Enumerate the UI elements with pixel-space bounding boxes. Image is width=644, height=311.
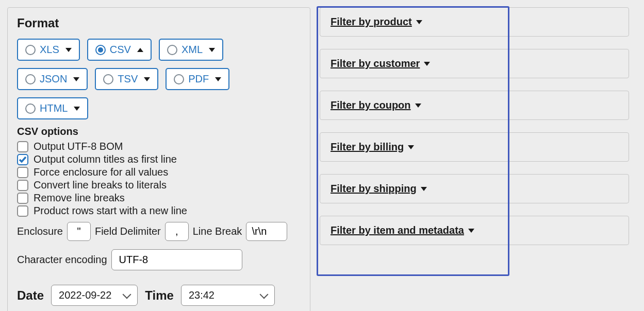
- filters-panel: Filter by product Filter by customer Fil…: [320, 7, 634, 245]
- format-xls[interactable]: XLS: [17, 39, 80, 61]
- check-label: Force enclosure for all values: [34, 166, 168, 178]
- radio-icon: [25, 45, 36, 55]
- check-label: Output column titles as first line: [34, 153, 177, 165]
- format-label: TSV: [118, 73, 138, 85]
- format-options-row: XLS CSV XML JSON TSV: [17, 39, 301, 119]
- radio-icon: [95, 45, 106, 55]
- format-html[interactable]: HTML: [17, 97, 88, 119]
- format-label: HTML: [40, 102, 68, 114]
- format-json[interactable]: JSON: [17, 68, 88, 90]
- format-pdf[interactable]: PDF: [166, 68, 229, 90]
- csv-options-heading: CSV options: [17, 126, 301, 137]
- check-convert-linebreaks[interactable]: Convert line breaks to literals: [17, 179, 301, 191]
- filter-label-text: Filter by billing: [331, 141, 404, 153]
- date-select[interactable]: 2022-09-22: [51, 285, 138, 306]
- check-label: Output UTF-8 BOM: [34, 141, 123, 152]
- format-label: JSON: [40, 73, 67, 85]
- time-label: Time: [145, 288, 174, 303]
- format-label: XLS: [40, 44, 59, 56]
- encoding-input[interactable]: [111, 249, 242, 270]
- filter-label-text: Filter by product: [331, 16, 412, 28]
- radio-icon: [167, 45, 177, 55]
- caret-down-icon: [408, 145, 414, 149]
- check-remove-linebreaks[interactable]: Remove line breaks: [17, 192, 301, 204]
- linebreak-input[interactable]: [246, 222, 287, 241]
- filter-by-item-metadata[interactable]: Filter by item and metadata: [320, 216, 629, 245]
- checkbox-icon: [17, 141, 28, 152]
- filter-label-text: Filter by item and metadata: [331, 224, 464, 236]
- caret-down-icon: [73, 77, 79, 81]
- radio-icon: [25, 74, 36, 84]
- checkbox-icon: [17, 193, 28, 204]
- format-panel: Format XLS CSV XML JSON: [7, 7, 310, 311]
- filter-label-text: Filter by shipping: [331, 183, 417, 195]
- date-value: 2022-09-22: [59, 289, 111, 301]
- filter-by-shipping[interactable]: Filter by shipping: [320, 174, 629, 203]
- filter-by-product[interactable]: Filter by product: [320, 7, 629, 37]
- caret-down-icon: [209, 48, 215, 52]
- filter-by-customer[interactable]: Filter by customer: [320, 49, 629, 78]
- linebreak-label: Line Break: [193, 226, 242, 237]
- date-label: Date: [17, 288, 44, 303]
- delimiter-input[interactable]: [165, 222, 189, 241]
- check-product-rows-newline[interactable]: Product rows start with a new line: [17, 205, 301, 217]
- format-tsv[interactable]: TSV: [95, 68, 158, 90]
- filter-label-text: Filter by customer: [331, 58, 420, 70]
- format-heading: Format: [17, 16, 301, 30]
- format-label: XML: [181, 44, 203, 56]
- check-label: Convert line breaks to literals: [34, 179, 167, 191]
- enclosure-input[interactable]: [67, 222, 91, 241]
- caret-down-icon: [144, 77, 150, 81]
- checkbox-icon: [17, 205, 28, 217]
- format-csv[interactable]: CSV: [87, 39, 152, 61]
- format-label: CSV: [110, 44, 131, 56]
- check-utf8-bom[interactable]: Output UTF-8 BOM: [17, 141, 301, 152]
- format-xml[interactable]: XML: [159, 39, 223, 61]
- chevron-down-icon: [260, 290, 269, 299]
- checkbox-icon: [17, 167, 28, 178]
- caret-down-icon: [424, 62, 430, 66]
- check-label: Product rows start with a new line: [34, 205, 187, 217]
- filter-by-coupon[interactable]: Filter by coupon: [320, 91, 629, 120]
- caret-down-icon: [65, 48, 72, 52]
- radio-icon: [103, 74, 113, 84]
- checkbox-checked-icon: [17, 154, 28, 165]
- caret-down-icon: [468, 229, 474, 233]
- time-value: 23:42: [189, 289, 214, 301]
- radio-icon: [25, 103, 36, 114]
- radio-icon: [174, 74, 184, 84]
- caret-down-icon: [74, 107, 80, 111]
- caret-down-icon: [415, 103, 421, 108]
- time-select[interactable]: 23:42: [181, 285, 275, 306]
- caret-down-icon: [421, 187, 427, 191]
- caret-down-icon: [215, 77, 221, 81]
- caret-up-icon: [137, 48, 143, 52]
- filter-by-billing[interactable]: Filter by billing: [320, 132, 629, 162]
- format-label: PDF: [188, 73, 209, 85]
- encoding-label: Character encoding: [17, 254, 107, 266]
- chevron-down-icon: [123, 290, 131, 299]
- filter-label-text: Filter by coupon: [331, 99, 411, 111]
- check-column-titles[interactable]: Output column titles as first line: [17, 153, 301, 165]
- check-force-enclosure[interactable]: Force enclosure for all values: [17, 166, 301, 178]
- checkbox-icon: [17, 180, 28, 191]
- caret-down-icon: [416, 20, 422, 24]
- enclosure-label: Enclosure: [17, 226, 63, 237]
- delimiter-label: Field Delimiter: [95, 226, 161, 237]
- check-label: Remove line breaks: [34, 192, 125, 204]
